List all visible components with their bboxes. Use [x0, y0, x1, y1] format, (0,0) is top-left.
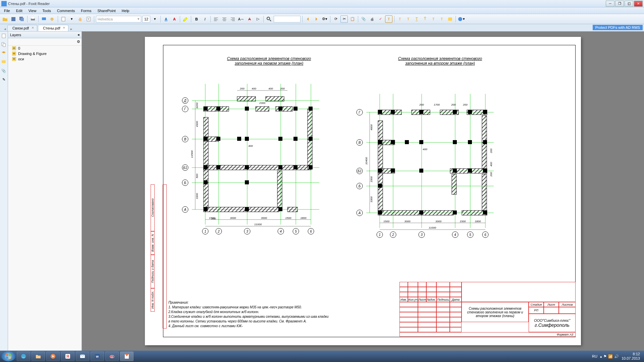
- close-button[interactable]: ✕: [634, 1, 643, 7]
- protect-pdfs-link[interactable]: Protect PDFs with AD RMS: [593, 25, 643, 30]
- task-explorer[interactable]: [32, 352, 45, 361]
- bookmarks-icon[interactable]: [1, 33, 7, 39]
- svg-rect-131: [378, 121, 383, 211]
- menu-file[interactable]: File: [1, 8, 13, 13]
- tab-next-icon[interactable]: ▸: [70, 27, 72, 31]
- t4-icon[interactable]: T̄: [421, 15, 429, 23]
- tray-up-icon[interactable]: ▴: [600, 354, 602, 359]
- rotate-icon[interactable]: ⟳: [332, 15, 339, 23]
- task-media[interactable]: [46, 352, 60, 361]
- layers-options-icon[interactable]: ⚙: [77, 40, 80, 44]
- maximize2-button[interactable]: ◱: [625, 1, 633, 7]
- layer-visibility-icon[interactable]: 👁: [12, 46, 16, 50]
- layer-item[interactable]: 👁Drawing & Figure: [8, 51, 82, 56]
- collapse-icon[interactable]: ◂: [77, 33, 79, 37]
- text-tool-icon[interactable]: T: [385, 15, 392, 23]
- attachments-icon[interactable]: 📎: [1, 68, 7, 74]
- italic-icon[interactable]: I: [201, 15, 209, 23]
- svg-text:А: А: [358, 211, 361, 215]
- signatures-icon[interactable]: ✎: [1, 76, 7, 82]
- task-word[interactable]: W: [91, 352, 104, 361]
- pages-icon[interactable]: [1, 42, 7, 48]
- save-all-icon[interactable]: [18, 15, 25, 23]
- menu-forms[interactable]: Forms: [78, 8, 94, 13]
- menu-view[interactable]: View: [26, 8, 39, 13]
- highlight-icon[interactable]: [182, 15, 189, 23]
- next-icon[interactable]: [313, 15, 320, 23]
- svg-rect-43: [245, 107, 249, 111]
- page-icon[interactable]: [60, 15, 67, 23]
- task-foxit[interactable]: [120, 352, 133, 361]
- share-icon[interactable]: ▾: [458, 15, 465, 23]
- tray-volume-icon[interactable]: 🔊: [614, 354, 619, 359]
- bold-icon[interactable]: B: [193, 15, 200, 23]
- font-size-dropdown[interactable]: ▾: [151, 15, 159, 23]
- select-text-icon[interactable]: T: [85, 15, 92, 23]
- comments-icon[interactable]: [1, 59, 7, 65]
- tray-flag-icon[interactable]: ⚑: [603, 354, 607, 359]
- tab-close-icon[interactable]: ✕: [32, 26, 36, 30]
- svg-text:5: 5: [295, 230, 297, 233]
- menu-help[interactable]: Help: [119, 8, 132, 13]
- page-dropdown-icon[interactable]: ▾: [68, 15, 75, 23]
- link-icon[interactable]: [49, 15, 56, 23]
- menu-edit[interactable]: Edit: [13, 8, 25, 13]
- start-button[interactable]: [1, 351, 15, 361]
- tray-clock[interactable]: 8:12 10.07.2013: [622, 352, 640, 361]
- t5-icon[interactable]: T: [430, 15, 437, 23]
- tab-prev-icon[interactable]: ◂: [3, 27, 7, 31]
- prev-icon[interactable]: [304, 15, 312, 23]
- print-icon[interactable]: [29, 15, 37, 23]
- settings-icon[interactable]: ⚙▾: [321, 15, 328, 23]
- align-left-icon[interactable]: [212, 15, 220, 23]
- svg-rect-142: [391, 140, 395, 144]
- tab-1[interactable]: Связи.pdf✕: [7, 25, 37, 31]
- tab-close-icon[interactable]: ✕: [63, 26, 67, 30]
- align-right-icon[interactable]: [229, 15, 236, 23]
- font-size-input[interactable]: [142, 16, 150, 22]
- tab-2[interactable]: Стены.pdf✕: [38, 25, 68, 31]
- print2-icon[interactable]: 🖨: [368, 15, 376, 23]
- open-icon[interactable]: [1, 15, 9, 23]
- note-icon[interactable]: [446, 15, 454, 23]
- tray-lang[interactable]: RU: [592, 354, 597, 358]
- document-viewer[interactable]: Согласовано Взам. инв. N Подпись и дата …: [82, 32, 644, 362]
- find-icon[interactable]: [265, 15, 273, 23]
- task-ie[interactable]: [17, 352, 30, 361]
- menu-sharepoint[interactable]: SharePoint: [95, 8, 118, 13]
- layer-visibility-icon[interactable]: 👁: [12, 52, 16, 56]
- strikeout-icon[interactable]: A: [246, 15, 253, 23]
- menu-tools[interactable]: Tools: [40, 8, 54, 13]
- play-icon[interactable]: ▷: [254, 15, 262, 23]
- checkmark-icon[interactable]: ✓: [377, 15, 384, 23]
- clipboard-icon[interactable]: 📋: [349, 15, 356, 23]
- search-input[interactable]: [274, 16, 301, 22]
- layers-icon[interactable]: [1, 50, 7, 56]
- t3-icon[interactable]: T̲: [413, 15, 420, 23]
- task-paint[interactable]: [105, 352, 119, 361]
- task-mail[interactable]: [76, 352, 89, 361]
- task-yandex[interactable]: Я: [61, 352, 74, 361]
- menu-comments[interactable]: Comments: [54, 8, 77, 13]
- tray-network-icon[interactable]: 📶: [608, 354, 613, 359]
- layer-item[interactable]: 👁оси: [8, 56, 82, 62]
- t2-icon[interactable]: T: [405, 15, 412, 23]
- font-select[interactable]: Helvetica▾: [96, 16, 141, 22]
- snapshot-icon[interactable]: ✂: [340, 15, 348, 23]
- layer-visibility-icon[interactable]: 👁: [12, 57, 16, 61]
- font-color-icon[interactable]: A: [162, 15, 170, 23]
- char-spacing-icon[interactable]: A↔: [237, 15, 245, 23]
- window-controls: ─ ❐ ◱ ✕: [606, 1, 643, 7]
- t1-icon[interactable]: T: [396, 15, 404, 23]
- svg-rect-156: [419, 210, 423, 215]
- monitor-icon[interactable]: [40, 15, 48, 23]
- minimize-button[interactable]: ─: [606, 1, 614, 7]
- save-icon[interactable]: [10, 15, 17, 23]
- hand-icon[interactable]: [76, 15, 84, 23]
- highlight-color-icon[interactable]: A: [171, 15, 178, 23]
- layer-item[interactable]: 👁0: [8, 46, 82, 51]
- attach-icon[interactable]: 📎: [360, 15, 367, 23]
- t6-icon[interactable]: T: [438, 15, 445, 23]
- maximize-button[interactable]: ❐: [615, 1, 624, 7]
- align-center-icon[interactable]: [221, 15, 228, 23]
